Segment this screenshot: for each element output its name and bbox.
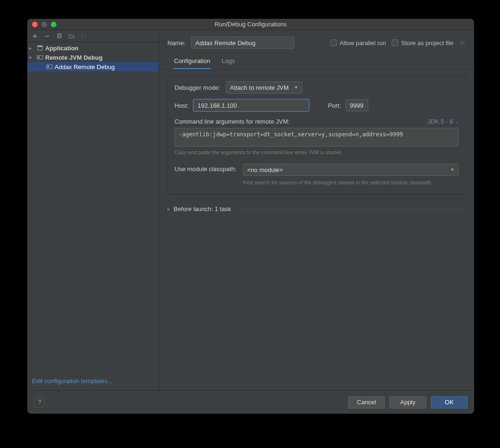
chevron-right-icon: ▸ bbox=[167, 206, 170, 212]
allow-parallel-checkbox[interactable]: Allow parallel run bbox=[330, 39, 386, 47]
help-button[interactable]: ? bbox=[34, 397, 45, 408]
checkbox-icon bbox=[392, 39, 398, 46]
edit-templates-link[interactable]: Edit configuration templates... bbox=[27, 374, 159, 390]
jdk-version-select[interactable]: JDK 5 - 8 ⌄ bbox=[428, 118, 459, 125]
cmd-args-field[interactable]: -agentlib:jdwp=transport=dt_socket,serve… bbox=[175, 128, 459, 147]
application-icon bbox=[37, 45, 43, 51]
chevron-down-icon: ▾ bbox=[29, 55, 35, 60]
module-select[interactable]: <no module> ▼ bbox=[243, 164, 459, 176]
select-value: Attach to remote JVM bbox=[230, 84, 289, 91]
module-label: Use module classpath: bbox=[175, 164, 237, 173]
sidebar: ▸ Application ▾ Remote JVM Debug bbox=[27, 30, 159, 390]
chevron-down-icon: ▼ bbox=[294, 85, 298, 90]
cmd-hint: Copy and paste the arguments to the comm… bbox=[175, 149, 459, 155]
dialog-body: ▸ Application ▾ Remote JVM Debug bbox=[27, 30, 474, 390]
select-value: <no module> bbox=[247, 166, 283, 173]
cancel-button[interactable]: Cancel bbox=[348, 396, 385, 409]
dialog-window: Run/Debug Configurations bbox=[27, 19, 474, 414]
host-label: Host: bbox=[175, 102, 189, 109]
tree-label: Application bbox=[45, 45, 79, 52]
remote-jvm-icon bbox=[46, 63, 53, 70]
tab-configuration[interactable]: Configuration bbox=[173, 54, 211, 69]
gear-icon[interactable] bbox=[459, 39, 466, 46]
zoom-window-icon[interactable] bbox=[51, 22, 56, 27]
name-row: Name: Allow parallel run Store as projec… bbox=[159, 30, 474, 54]
main-panel: Name: Allow parallel run Store as projec… bbox=[159, 30, 474, 390]
close-window-icon[interactable] bbox=[32, 22, 38, 27]
config-tree: ▸ Application ▾ Remote JVM Debug bbox=[27, 42, 159, 374]
sort-config-icon[interactable] bbox=[80, 32, 87, 40]
sidebar-toolbar bbox=[27, 30, 159, 42]
debugger-mode-label: Debugger mode: bbox=[175, 84, 220, 91]
host-input[interactable] bbox=[193, 99, 309, 111]
before-launch-section[interactable]: ▸ Before launch: 1 task bbox=[167, 205, 466, 212]
chevron-right-icon: ▸ bbox=[29, 46, 35, 51]
divider bbox=[238, 209, 466, 209]
svg-rect-6 bbox=[47, 65, 52, 69]
add-config-icon[interactable] bbox=[31, 32, 39, 40]
tree-item-addax-remote[interactable]: Addax Remote Debug bbox=[27, 62, 159, 71]
svg-point-8 bbox=[461, 42, 463, 44]
apply-button[interactable]: Apply bbox=[389, 396, 426, 409]
store-project-checkbox[interactable]: Store as project file bbox=[392, 39, 453, 47]
svg-rect-3 bbox=[38, 46, 42, 47]
debugger-mode-select[interactable]: Attach to remote JVM ▼ bbox=[226, 81, 302, 94]
cmd-header: Command line arguments for remote JVM: J… bbox=[175, 118, 459, 125]
name-label: Name: bbox=[167, 39, 185, 47]
module-row: Use module classpath: <no module> ▼ Firs… bbox=[175, 164, 459, 185]
titlebar: Run/Debug Configurations bbox=[27, 19, 474, 30]
before-launch-label: Before launch: 1 task bbox=[174, 205, 231, 212]
svg-rect-7 bbox=[48, 66, 49, 68]
window-title: Run/Debug Configurations bbox=[27, 21, 474, 28]
copy-config-icon[interactable] bbox=[56, 32, 63, 40]
port-input[interactable] bbox=[346, 99, 368, 111]
module-hint: First search for sources of the debugged… bbox=[243, 180, 459, 185]
debugger-mode-row: Debugger mode: Attach to remote JVM ▼ bbox=[175, 81, 459, 94]
tab-logs[interactable]: Logs bbox=[221, 54, 236, 69]
config-panel: Debugger mode: Attach to remote JVM ▼ Ho… bbox=[167, 76, 466, 194]
svg-rect-4 bbox=[37, 55, 43, 59]
svg-rect-1 bbox=[58, 33, 61, 37]
remove-config-icon[interactable] bbox=[43, 32, 51, 40]
chevron-down-icon: ⌄ bbox=[455, 119, 459, 124]
port-label: Port: bbox=[328, 102, 341, 109]
checkbox-icon bbox=[330, 39, 337, 46]
tree-label: Addax Remote Debug bbox=[55, 63, 115, 71]
minimize-window-icon[interactable] bbox=[41, 22, 47, 27]
traffic-lights bbox=[27, 22, 56, 27]
tree-group-remote-jvm[interactable]: ▾ Remote JVM Debug bbox=[27, 53, 159, 62]
tabs: Configuration Logs bbox=[159, 54, 474, 70]
cmd-label: Command line arguments for remote JVM: bbox=[175, 118, 290, 125]
checkbox-label: Allow parallel run bbox=[340, 39, 386, 47]
folder-config-icon[interactable] bbox=[68, 32, 75, 40]
ok-button[interactable]: OK bbox=[431, 396, 468, 409]
svg-rect-0 bbox=[58, 34, 61, 38]
host-port-row: Host: Port: bbox=[175, 99, 459, 111]
remote-jvm-icon bbox=[37, 54, 43, 61]
svg-rect-5 bbox=[38, 56, 40, 58]
jdk-label: JDK 5 - 8 bbox=[428, 118, 453, 125]
checkbox-label: Store as project file bbox=[401, 39, 453, 47]
name-input[interactable] bbox=[191, 37, 294, 49]
footer: ? Cancel Apply OK bbox=[27, 390, 474, 414]
tree-group-application[interactable]: ▸ Application bbox=[27, 43, 159, 53]
tree-label: Remote JVM Debug bbox=[45, 54, 103, 61]
chevron-down-icon: ▼ bbox=[450, 167, 454, 172]
